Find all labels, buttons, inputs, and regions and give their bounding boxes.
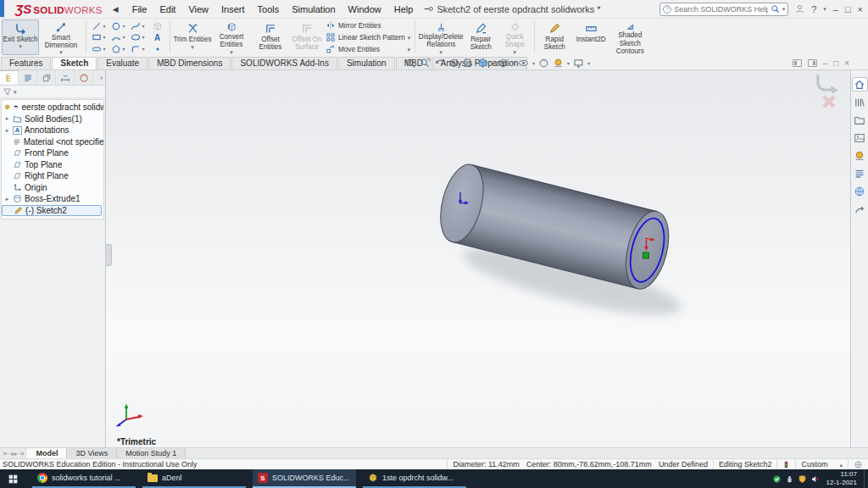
tree-item-top-plane[interactable]: Top Plane <box>2 159 103 171</box>
view-settings-icon[interactable] <box>573 58 584 69</box>
3d-drawing-view-icon[interactable] <box>463 58 474 69</box>
start-button[interactable] <box>0 469 25 488</box>
help-caret-icon[interactable]: ▾ <box>823 6 826 12</box>
maximize-button[interactable]: □ <box>845 4 851 14</box>
solidworks-forum-button[interactable] <box>852 184 868 198</box>
tree-item-front-plane[interactable]: Front Plane <box>2 147 103 159</box>
menu-view[interactable]: View <box>188 4 209 14</box>
tree-filter-bar[interactable]: ▾ <box>0 86 105 98</box>
tab-features[interactable]: Features <box>1 57 51 69</box>
share-button[interactable] <box>852 202 868 216</box>
appearances-scenes-button[interactable] <box>852 148 868 163</box>
menu-tools[interactable]: Tools <box>258 4 280 14</box>
display-delete-relations-button[interactable]: Display/Delete Relations ▾ <box>418 19 464 55</box>
tab-model[interactable]: Model <box>27 448 67 458</box>
previous-view-icon[interactable] <box>434 58 445 69</box>
search-caret-icon[interactable]: ▾ <box>782 6 786 12</box>
tree-item-sketch2[interactable]: (-) Sketch2 <box>2 205 102 217</box>
tab-3d-views[interactable]: 3D Views <box>67 448 117 458</box>
tab-solidworks-add-ins[interactable]: SOLIDWORKS Add-Ins <box>231 57 337 69</box>
smart-dimension-caret-icon[interactable]: ▾ <box>59 49 63 55</box>
confirmation-corner[interactable] <box>818 75 838 107</box>
tab-evaluate[interactable]: Evaluate <box>97 57 147 69</box>
convert-entities-button[interactable]: Convert Entities ▾ <box>212 19 251 55</box>
menu-collapse-icon[interactable]: ◀ <box>113 5 119 14</box>
doc-restore-button[interactable]: □ <box>833 58 838 68</box>
tab-scroll-prev-icon[interactable]: ◂ <box>10 450 14 458</box>
exit-sketch-caret-icon[interactable]: ▾ <box>19 43 22 49</box>
instant2d-button[interactable]: Instant2D <box>571 19 610 55</box>
menu-insert[interactable]: Insert <box>221 4 245 14</box>
ellipse-tool[interactable]: ▾ <box>128 32 147 42</box>
zoom-to-area-icon[interactable] <box>420 58 431 69</box>
arc-tool[interactable]: ▾ <box>108 32 128 42</box>
filter-caret-icon[interactable]: ▾ <box>14 89 17 95</box>
circle-center-point[interactable] <box>643 252 648 258</box>
section-view-icon[interactable] <box>448 58 459 69</box>
rapid-sketch-button[interactable]: Rapid Sketch <box>537 19 571 55</box>
help-search-box[interactable]: ? ▾ <box>659 3 788 16</box>
tab-configuration-manager[interactable] <box>37 70 56 85</box>
show-desktop-button[interactable] <box>864 469 866 488</box>
move-entities-button[interactable]: Move Entities ▾ <box>326 44 410 55</box>
convert-caret-icon[interactable]: ▾ <box>230 49 233 55</box>
tab-property-manager[interactable] <box>19 70 37 85</box>
custom-properties-button[interactable] <box>852 166 868 180</box>
solidworks-resources-button[interactable] <box>852 77 868 92</box>
taskbar-app-chrome[interactable]: solidworks tutorial ... <box>32 469 136 488</box>
exit-sketch-button[interactable]: Exit Sketch ▾ <box>2 19 39 55</box>
linear-pattern-caret-icon[interactable]: ▾ <box>408 35 411 41</box>
taskbar-app-solidworks[interactable]: S SOLIDWORKS Educ... <box>253 469 356 488</box>
sketch-fillet-tool[interactable]: ▾ <box>128 44 147 54</box>
mirror-entities-button[interactable]: Mirror Entities <box>326 20 410 31</box>
doc-close-button[interactable]: × <box>844 58 849 68</box>
search-input[interactable] <box>674 5 767 14</box>
tab-dimxpert-manager[interactable] <box>56 70 75 85</box>
spline-tool[interactable]: ▾ <box>128 21 147 31</box>
menu-help[interactable]: Help <box>394 4 414 14</box>
user-account-icon[interactable] <box>794 3 805 14</box>
polygon-tool[interactable]: ▾ <box>108 44 128 54</box>
relations-caret-icon[interactable]: ▾ <box>440 49 443 55</box>
antivirus-tray-icon[interactable] <box>772 474 782 484</box>
menu-file[interactable]: File <box>132 4 147 14</box>
expand-icon[interactable]: ▸ <box>4 127 10 134</box>
apply-scene-caret-icon[interactable]: ▾ <box>567 61 570 66</box>
circle-tool[interactable]: ▾ <box>108 21 128 31</box>
tab-scroll-last-icon[interactable]: ⇥ <box>19 450 25 458</box>
menu-window[interactable]: Window <box>348 4 381 14</box>
close-button[interactable]: × <box>858 4 863 14</box>
tab-motion-study-1[interactable]: Motion Study 1 <box>117 448 186 458</box>
trim-caret-icon[interactable]: ▾ <box>191 44 194 50</box>
taskbar-app-folder[interactable]: aDenl <box>142 469 246 488</box>
tree-item-origin[interactable]: Origin <box>2 182 103 194</box>
fm-tabs-overflow-icon[interactable]: › <box>97 70 105 85</box>
repair-sketch-button[interactable]: Repair Sketch <box>464 19 498 55</box>
usb-tray-icon[interactable] <box>785 474 794 484</box>
tab-simulation[interactable]: Simulation <box>338 57 395 69</box>
taskbar-app-part-document[interactable]: 1ste opdrcht solidw... <box>363 469 466 488</box>
menu-edit[interactable]: Edit <box>159 4 175 14</box>
doc-minimize-button[interactable]: – <box>823 58 828 68</box>
display-style-caret-icon[interactable]: ▾ <box>512 61 515 66</box>
apply-scene-icon[interactable] <box>553 58 564 69</box>
edge-flyout-tab[interactable] <box>0 0 4 17</box>
tab-scroll-first-icon[interactable]: ⇤ <box>3 450 9 458</box>
web-help-globe-icon[interactable] <box>854 460 863 469</box>
point-tool[interactable] <box>147 44 167 54</box>
tree-item-right-plane[interactable]: Right Plane <box>2 170 103 182</box>
panel-splitter-handle[interactable]: ◦ <box>106 244 112 266</box>
tree-root-part[interactable]: eerste opdracht solidworks (Defa <box>2 102 103 114</box>
move-entities-caret-icon[interactable]: ▾ <box>408 47 411 53</box>
tree-item-solid-bodies[interactable]: ▸ Solid Bodies(1) <box>2 114 103 125</box>
slot-tool[interactable]: ▾ <box>89 44 108 54</box>
offset-entities-button[interactable]: Offset Entities <box>251 19 290 55</box>
tab-sketch[interactable]: Sketch <box>52 57 97 69</box>
tab-mbd-dimensions[interactable]: MBD Dimensions <box>148 57 231 69</box>
minimize-button[interactable]: – <box>833 4 838 14</box>
smart-dimension-button[interactable]: Smart Dimension ▾ <box>39 19 83 55</box>
volume-muted-tray-icon[interactable] <box>810 474 820 484</box>
view-palette-button[interactable] <box>852 130 868 145</box>
text-tool[interactable]: A <box>147 33 167 42</box>
tab-scroll-next-icon[interactable]: ▸ <box>14 450 18 458</box>
